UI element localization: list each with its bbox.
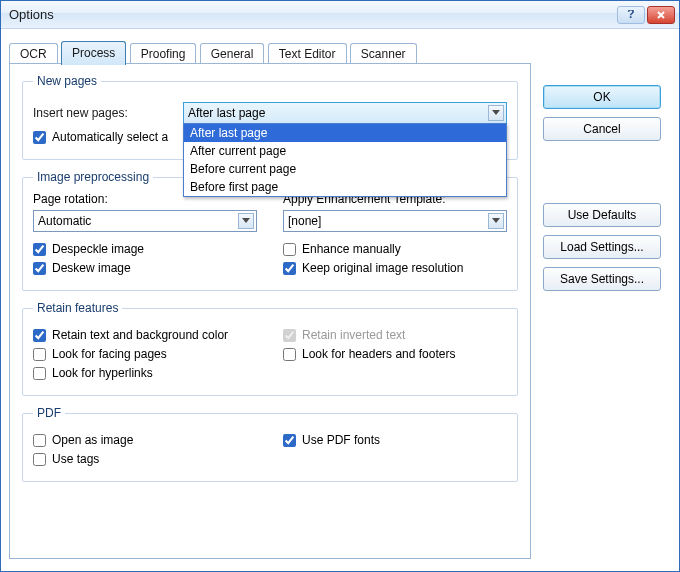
use-pdf-fonts-label: Use PDF fonts <box>302 433 380 447</box>
legend-image-pre: Image preprocessing <box>33 170 153 184</box>
open-as-image-label: Open as image <box>52 433 133 447</box>
legend-pdf: PDF <box>33 406 65 420</box>
ok-button[interactable]: OK <box>543 85 661 109</box>
cancel-button[interactable]: Cancel <box>543 117 661 141</box>
chevron-down-icon[interactable] <box>488 213 504 229</box>
keep-resolution-input[interactable] <box>283 262 296 275</box>
window-title: Options <box>9 7 617 22</box>
close-button[interactable] <box>647 6 675 24</box>
use-pdf-fonts-checkbox[interactable]: Use PDF fonts <box>283 433 507 447</box>
client-area: OCR Process Proofing General Text Editor… <box>1 29 679 571</box>
facing-pages-input[interactable] <box>33 348 46 361</box>
keep-resolution-label: Keep original image resolution <box>302 261 463 275</box>
tab-strip: OCR Process Proofing General Text Editor… <box>9 41 671 63</box>
tab-pane-process: New pages Insert new pages: After last p… <box>9 63 531 559</box>
inverted-text-input <box>283 329 296 342</box>
insert-option-3[interactable]: Before first page <box>184 178 506 196</box>
retain-color-label: Retain text and background color <box>52 328 228 342</box>
page-rotation-combo[interactable]: Automatic <box>33 210 257 232</box>
chevron-down-icon[interactable] <box>488 105 504 121</box>
hyperlinks-checkbox[interactable]: Look for hyperlinks <box>33 366 257 380</box>
enhance-manually-checkbox[interactable]: Enhance manually <box>283 242 507 256</box>
inverted-text-label: Retain inverted text <box>302 328 405 342</box>
deskew-label: Deskew image <box>52 261 131 275</box>
headers-footers-checkbox[interactable]: Look for headers and footers <box>283 347 507 361</box>
enhance-manually-input[interactable] <box>283 243 296 256</box>
use-tags-input[interactable] <box>33 453 46 466</box>
despeckle-checkbox[interactable]: Despeckle image <box>33 242 257 256</box>
options-window: Options ? OCR Process Proofing General T… <box>0 0 680 572</box>
despeckle-label: Despeckle image <box>52 242 144 256</box>
tab-ocr[interactable]: OCR <box>9 43 58 65</box>
group-pdf: PDF Open as image Use tags <box>22 406 518 482</box>
save-settings-button[interactable]: Save Settings... <box>543 267 661 291</box>
retain-color-checkbox[interactable]: Retain text and background color <box>33 328 257 342</box>
page-rotation-value: Automatic <box>38 214 91 228</box>
deskew-checkbox[interactable]: Deskew image <box>33 261 257 275</box>
open-as-image-checkbox[interactable]: Open as image <box>33 433 257 447</box>
legend-retain: Retain features <box>33 301 122 315</box>
despeckle-input[interactable] <box>33 243 46 256</box>
facing-pages-checkbox[interactable]: Look for facing pages <box>33 347 257 361</box>
insert-new-pages-dropdown[interactable]: After last page After current page Befor… <box>183 123 507 197</box>
headers-footers-input[interactable] <box>283 348 296 361</box>
enhancement-template-value: [none] <box>288 214 321 228</box>
facing-pages-label: Look for facing pages <box>52 347 167 361</box>
tab-process[interactable]: Process <box>61 41 126 65</box>
side-buttons: OK Cancel Use Defaults Load Settings... … <box>543 85 661 291</box>
auto-select-input[interactable] <box>33 131 46 144</box>
insert-option-2[interactable]: Before current page <box>184 160 506 178</box>
use-pdf-fonts-input[interactable] <box>283 434 296 447</box>
group-retain-features: Retain features Retain text and backgrou… <box>22 301 518 396</box>
tab-scanner[interactable]: Scanner <box>350 43 417 65</box>
insert-option-0[interactable]: After last page <box>184 124 506 142</box>
hyperlinks-label: Look for hyperlinks <box>52 366 153 380</box>
svg-text:?: ? <box>627 10 634 20</box>
titlebar: Options ? <box>1 1 679 29</box>
open-as-image-input[interactable] <box>33 434 46 447</box>
retain-color-input[interactable] <box>33 329 46 342</box>
insert-option-1[interactable]: After current page <box>184 142 506 160</box>
tab-text-editor[interactable]: Text Editor <box>268 43 347 65</box>
load-settings-button[interactable]: Load Settings... <box>543 235 661 259</box>
enhance-manually-label: Enhance manually <box>302 242 401 256</box>
keep-resolution-checkbox[interactable]: Keep original image resolution <box>283 261 507 275</box>
inverted-text-checkbox: Retain inverted text <box>283 328 507 342</box>
use-defaults-button[interactable]: Use Defaults <box>543 203 661 227</box>
auto-select-label: Automatically select a <box>52 130 168 144</box>
use-tags-label: Use tags <box>52 452 99 466</box>
insert-new-pages-label: Insert new pages: <box>33 106 183 120</box>
window-buttons: ? <box>617 6 675 24</box>
headers-footers-label: Look for headers and footers <box>302 347 455 361</box>
tab-proofing[interactable]: Proofing <box>130 43 197 65</box>
use-tags-checkbox[interactable]: Use tags <box>33 452 257 466</box>
insert-new-pages-combo[interactable]: After last page After last page After cu… <box>183 102 507 124</box>
legend-new-pages: New pages <box>33 74 101 88</box>
help-button[interactable]: ? <box>617 6 645 24</box>
group-new-pages: New pages Insert new pages: After last p… <box>22 74 518 160</box>
enhancement-template-combo[interactable]: [none] <box>283 210 507 232</box>
hyperlinks-input[interactable] <box>33 367 46 380</box>
chevron-down-icon[interactable] <box>238 213 254 229</box>
tab-general[interactable]: General <box>200 43 265 65</box>
deskew-input[interactable] <box>33 262 46 275</box>
insert-new-pages-value: After last page <box>188 106 265 120</box>
